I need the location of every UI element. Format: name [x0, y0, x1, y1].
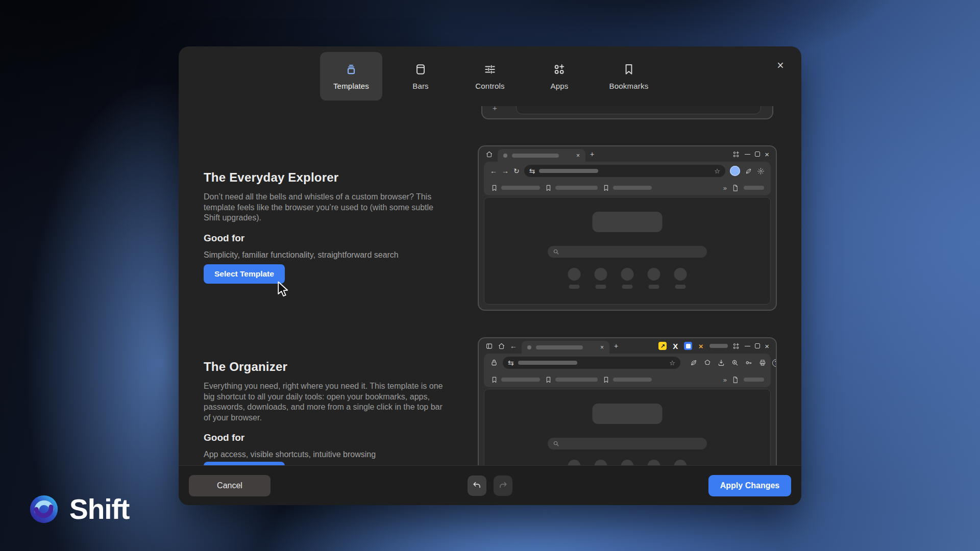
good-for-heading: Good for — [204, 432, 450, 443]
bookmark-icon — [602, 184, 610, 192]
tab-templates[interactable]: Templates — [320, 52, 382, 101]
bookmark-item — [491, 184, 540, 192]
bookmark-icon — [545, 376, 552, 384]
tab-label: Apps — [551, 82, 569, 90]
star-icon: ☆ — [669, 360, 675, 366]
tab-close-icon: × — [576, 153, 580, 159]
preview-bookmarks-row: » — [484, 372, 771, 387]
new-tab-icon: + — [493, 106, 497, 112]
new-tab-icon: + — [614, 342, 618, 349]
dialog-content: + The Everyday Explorer Don’t need all t… — [179, 106, 801, 465]
maximize-icon — [755, 343, 760, 348]
cancel-button[interactable]: Cancel — [189, 475, 271, 496]
shortcut-placeholders — [568, 268, 687, 289]
x-app-icon: X — [671, 342, 679, 350]
file-icon — [731, 376, 739, 384]
star-icon: ☆ — [714, 168, 720, 174]
app-label-placeholder — [709, 344, 728, 348]
overflow-chevrons-icon: » — [723, 376, 727, 384]
favicon-placeholder — [503, 154, 507, 158]
bars-icon — [414, 63, 427, 76]
select-template-button[interactable]: Select Template — [204, 462, 285, 465]
close-icon[interactable]: × — [773, 58, 788, 73]
tab-title-placeholder — [536, 345, 583, 349]
desktop-background: Templates Bars Controls Apps Bookmarks × — [0, 0, 980, 551]
tab-bars[interactable]: Bars — [389, 52, 452, 101]
section-description: Don’t need all the bells and whistles of… — [204, 192, 450, 223]
bookmarks-icon — [622, 63, 635, 76]
maximize-icon — [755, 152, 760, 157]
apps-grid-icon — [732, 151, 740, 158]
zoom-icon — [731, 359, 739, 367]
undo-button[interactable] — [468, 475, 486, 496]
logo-placeholder — [593, 212, 663, 232]
leaf-icon — [745, 167, 752, 175]
printer-icon — [758, 359, 767, 367]
apply-changes-button[interactable]: Apply Changes — [708, 475, 791, 496]
shift-address-icon: ⇆ — [508, 359, 514, 366]
shortcut-app-icon: ↗ — [658, 342, 667, 350]
tab-close-icon: × — [600, 344, 604, 350]
good-for-heading: Good for — [204, 233, 450, 244]
leaf-icon — [690, 359, 698, 367]
tab-label: Templates — [333, 82, 369, 90]
bookmark-icon — [602, 376, 610, 384]
preview-page-content — [484, 389, 771, 465]
search-bar-placeholder — [548, 438, 707, 449]
forward-icon: → — [502, 167, 509, 174]
shift-address-icon: ⇆ — [529, 167, 535, 174]
tools-app-icon: × — [697, 342, 705, 350]
brand: Shift — [30, 493, 129, 525]
searchbar-placeholder — [516, 106, 761, 114]
templates-icon — [345, 63, 358, 76]
tab-controls[interactable]: Controls — [459, 52, 521, 101]
good-for-text: App access, visible shortcuts, intuitive… — [204, 450, 450, 459]
url-placeholder — [518, 361, 577, 365]
logo-placeholder — [593, 404, 663, 424]
tab-label: Bookmarks — [609, 82, 649, 90]
bookmark-item — [545, 376, 598, 384]
url-placeholder — [539, 169, 598, 173]
shield-icon — [703, 359, 712, 367]
history-controls — [468, 475, 512, 496]
bookmark-icon — [545, 184, 552, 192]
tab-apps[interactable]: Apps — [528, 52, 591, 101]
apps-icon — [553, 63, 566, 76]
browser-preview-organizer: ← × + ↗ X × — [478, 337, 777, 465]
browser-preview-partial: + — [481, 106, 773, 119]
new-tab-icon: + — [590, 151, 594, 158]
minimize-icon — [745, 154, 750, 155]
bookmark-item — [602, 184, 652, 192]
shift-logo-icon — [30, 495, 58, 523]
preview-tab-row: × + × — [479, 146, 776, 162]
preview-tab-row: ← × + ↗ X × — [479, 338, 776, 354]
bookmark-item — [491, 376, 540, 384]
controls-icon — [483, 63, 497, 76]
tab-bookmarks[interactable]: Bookmarks — [598, 52, 660, 101]
window-close-icon: × — [765, 342, 769, 350]
select-template-button[interactable]: Select Template — [204, 264, 285, 284]
shortcut-placeholders — [568, 460, 687, 465]
preview-chrome: ← → ↻ ⇆ ☆ — [484, 162, 771, 195]
section-title: The Everyday Explorer — [204, 170, 450, 185]
profile-avatar — [730, 166, 740, 176]
sidebar-icon — [485, 342, 493, 350]
bookmark-item — [602, 376, 652, 384]
bookmark-icon — [491, 376, 498, 384]
tab-label: Controls — [475, 82, 504, 90]
passwords-key-icon — [745, 359, 753, 367]
home-icon — [498, 342, 505, 350]
browser-tab: × — [498, 149, 585, 162]
browser-preview-everyday-explorer: × + × ← → ↻ ⇆ — [478, 145, 777, 311]
bookmark-item — [545, 184, 598, 192]
good-for-text: Simplicity, familiar functionality, stra… — [204, 251, 450, 260]
preview-page-content — [484, 197, 771, 305]
tab-title-placeholder — [512, 154, 559, 158]
redo-button[interactable] — [494, 475, 512, 496]
home-icon — [485, 151, 493, 158]
gear-icon — [757, 167, 765, 175]
favicon-placeholder — [527, 345, 531, 349]
preview-address-row: ⇆ ☆ ? — [484, 354, 771, 372]
address-bar: ⇆ ☆ — [524, 165, 725, 177]
bookmark-icon — [491, 184, 498, 192]
